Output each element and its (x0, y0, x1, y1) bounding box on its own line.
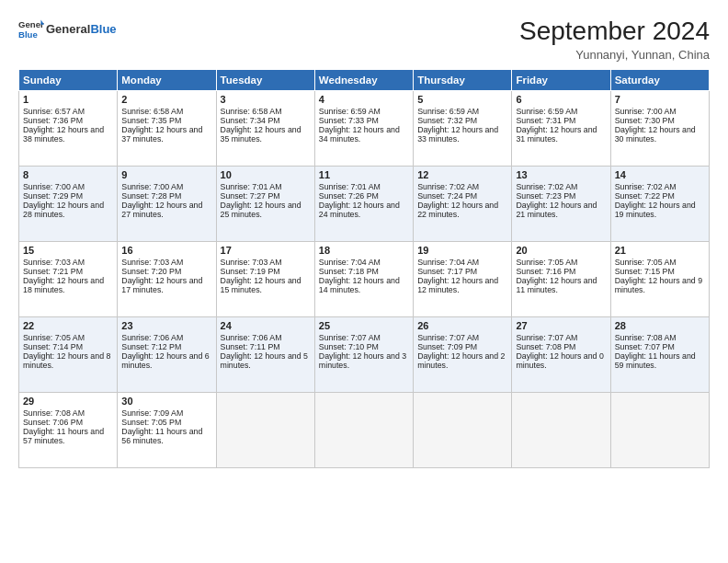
day-number: 25 (319, 320, 409, 331)
daylight: Daylight: 12 hours and 6 minutes. (121, 351, 211, 370)
sunset: Sunset: 7:34 PM (221, 116, 311, 125)
calendar-cell: 11Sunrise: 7:01 AMSunset: 7:26 PMDayligh… (314, 167, 413, 242)
day-number: 11 (319, 169, 409, 180)
calendar-cell: 27Sunrise: 7:07 AMSunset: 7:08 PMDayligh… (512, 317, 610, 393)
day-number: 28 (615, 320, 705, 331)
day-number: 23 (121, 320, 211, 331)
daylight: Daylight: 12 hours and 37 minutes. (121, 125, 211, 144)
calendar-cell: 28Sunrise: 7:08 AMSunset: 7:07 PMDayligh… (610, 317, 709, 393)
sunrise: Sunrise: 7:01 AM (319, 182, 409, 191)
sunrise: Sunrise: 7:07 AM (319, 333, 409, 342)
day-number: 7 (615, 94, 705, 105)
location: Yunnanyi, Yunnan, China (519, 48, 710, 62)
sunrise: Sunrise: 7:07 AM (417, 333, 507, 342)
sunrise: Sunrise: 7:09 AM (121, 408, 211, 418)
daylight: Daylight: 12 hours and 27 minutes. (121, 201, 211, 219)
sunrise: Sunrise: 7:04 AM (417, 258, 507, 267)
logo-general: GeneralBlue (46, 22, 117, 37)
daylight: Daylight: 12 hours and 8 minutes. (23, 351, 113, 370)
day-number: 14 (615, 169, 705, 180)
daylight: Daylight: 12 hours and 38 minutes. (23, 125, 113, 144)
logo-icon: General Blue (18, 17, 44, 42)
day-number: 30 (121, 396, 211, 407)
sunset: Sunset: 7:06 PM (23, 418, 113, 427)
calendar-week-4: 22Sunrise: 7:05 AMSunset: 7:14 PMDayligh… (19, 317, 710, 393)
sunrise: Sunrise: 7:00 AM (121, 182, 211, 191)
sunset: Sunset: 7:20 PM (121, 267, 211, 276)
daylight: Daylight: 12 hours and 34 minutes. (319, 125, 409, 144)
day-number: 19 (417, 245, 507, 256)
sunrise: Sunrise: 6:59 AM (417, 107, 507, 116)
svg-text:General: General (18, 19, 44, 29)
day-number: 27 (516, 320, 606, 331)
daylight: Daylight: 12 hours and 24 minutes. (319, 201, 409, 219)
daylight: Daylight: 11 hours and 57 minutes. (23, 427, 113, 445)
sunset: Sunset: 7:21 PM (23, 267, 113, 276)
daylight: Daylight: 12 hours and 11 minutes. (516, 276, 606, 294)
calendar-cell (314, 393, 413, 468)
header-wednesday: Wednesday (314, 70, 413, 91)
calendar-cell: 4Sunrise: 6:59 AMSunset: 7:33 PMDaylight… (314, 91, 413, 167)
day-number: 18 (319, 245, 409, 256)
daylight: Daylight: 12 hours and 18 minutes. (23, 276, 113, 294)
daylight: Daylight: 11 hours and 56 minutes. (121, 427, 211, 445)
header-friday: Friday (512, 70, 610, 91)
logo: General Blue GeneralBlue (18, 17, 117, 42)
calendar-cell (512, 393, 610, 468)
sunrise: Sunrise: 7:03 AM (121, 258, 211, 267)
calendar-cell: 2Sunrise: 6:58 AMSunset: 7:35 PMDaylight… (118, 91, 216, 167)
calendar-cell: 25Sunrise: 7:07 AMSunset: 7:10 PMDayligh… (314, 317, 413, 393)
sunset: Sunset: 7:07 PM (615, 342, 705, 351)
sunset: Sunset: 7:09 PM (417, 342, 507, 351)
daylight: Daylight: 11 hours and 59 minutes. (615, 351, 705, 370)
daylight: Daylight: 12 hours and 17 minutes. (121, 276, 211, 294)
day-number: 4 (319, 94, 409, 105)
calendar-cell: 24Sunrise: 7:06 AMSunset: 7:11 PMDayligh… (216, 317, 314, 393)
sunset: Sunset: 7:35 PM (121, 116, 211, 125)
day-number: 10 (221, 169, 311, 180)
header-monday: Monday (118, 70, 216, 91)
sunset: Sunset: 7:27 PM (221, 191, 311, 201)
sunrise: Sunrise: 6:57 AM (23, 107, 113, 116)
sunset: Sunset: 7:17 PM (417, 267, 507, 276)
calendar-week-3: 15Sunrise: 7:03 AMSunset: 7:21 PMDayligh… (19, 242, 710, 317)
calendar-cell: 10Sunrise: 7:01 AMSunset: 7:27 PMDayligh… (216, 167, 314, 242)
day-number: 12 (417, 169, 507, 180)
calendar-cell: 21Sunrise: 7:05 AMSunset: 7:15 PMDayligh… (610, 242, 709, 317)
daylight: Daylight: 12 hours and 9 minutes. (615, 276, 705, 294)
calendar-cell: 20Sunrise: 7:05 AMSunset: 7:16 PMDayligh… (512, 242, 610, 317)
daylight: Daylight: 12 hours and 25 minutes. (221, 201, 311, 219)
sunset: Sunset: 7:16 PM (516, 267, 606, 276)
calendar-cell: 30Sunrise: 7:09 AMSunset: 7:05 PMDayligh… (118, 393, 216, 468)
sunset: Sunset: 7:29 PM (23, 191, 113, 201)
sunset: Sunset: 7:05 PM (121, 418, 211, 427)
calendar-cell: 5Sunrise: 6:59 AMSunset: 7:32 PMDaylight… (414, 91, 512, 167)
day-number: 24 (221, 320, 311, 331)
sunset: Sunset: 7:12 PM (121, 342, 211, 351)
day-number: 13 (516, 169, 606, 180)
calendar-cell: 19Sunrise: 7:04 AMSunset: 7:17 PMDayligh… (414, 242, 512, 317)
day-number: 29 (23, 396, 113, 407)
sunrise: Sunrise: 7:05 AM (516, 258, 606, 267)
sunrise: Sunrise: 7:08 AM (23, 408, 113, 418)
header-sunday: Sunday (19, 70, 118, 91)
header-tuesday: Tuesday (216, 70, 314, 91)
calendar-cell: 18Sunrise: 7:04 AMSunset: 7:18 PMDayligh… (314, 242, 413, 317)
calendar-cell (216, 393, 314, 468)
daylight: Daylight: 12 hours and 21 minutes. (516, 201, 606, 219)
day-number: 9 (121, 169, 211, 180)
calendar-week-2: 8Sunrise: 7:00 AMSunset: 7:29 PMDaylight… (19, 167, 710, 242)
daylight: Daylight: 12 hours and 12 minutes. (417, 276, 507, 294)
calendar-week-1: 1Sunrise: 6:57 AMSunset: 7:36 PMDaylight… (19, 91, 710, 167)
daylight: Daylight: 12 hours and 35 minutes. (221, 125, 311, 144)
calendar-cell: 22Sunrise: 7:05 AMSunset: 7:14 PMDayligh… (19, 317, 118, 393)
daylight: Daylight: 12 hours and 5 minutes. (221, 351, 311, 370)
sunrise: Sunrise: 7:03 AM (221, 258, 311, 267)
sunset: Sunset: 7:28 PM (121, 191, 211, 201)
day-number: 3 (221, 94, 311, 105)
calendar-week-5: 29Sunrise: 7:08 AMSunset: 7:06 PMDayligh… (19, 393, 710, 468)
calendar-cell: 7Sunrise: 7:00 AMSunset: 7:30 PMDaylight… (610, 91, 709, 167)
header-saturday: Saturday (610, 70, 709, 91)
daylight: Daylight: 12 hours and 3 minutes. (319, 351, 409, 370)
calendar-cell (414, 393, 512, 468)
